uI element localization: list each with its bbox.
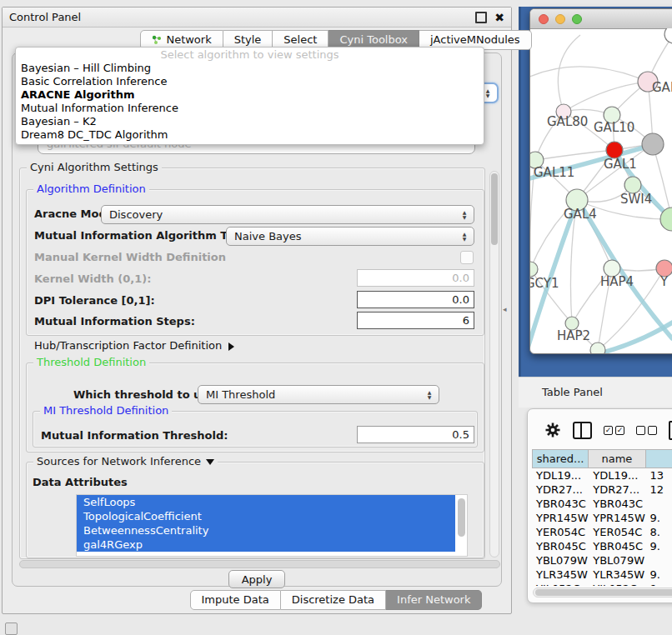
control-panel-title: Control Panel xyxy=(9,11,81,23)
attribute-item-topologicalcoefficient[interactable]: TopologicalCoefficient xyxy=(77,509,455,523)
mi-type-label: Mutual Information Algorithm Type: xyxy=(34,229,253,242)
node-label-swi4: SWI4 xyxy=(620,192,652,207)
table-row[interactable]: YDL19...YDL19...13 xyxy=(532,468,672,482)
kernel-width-field[interactable]: 0.0 xyxy=(357,269,474,287)
table-cell: YBR043C xyxy=(589,497,645,511)
manual-kernel-label: Manual Kernel Width Definition xyxy=(34,251,226,263)
table-cell: 9 xyxy=(646,582,672,586)
algorithm-option-mutual-information-inference[interactable]: Mutual Information Inference xyxy=(16,102,484,115)
mi-steps-field[interactable]: 6 xyxy=(357,312,474,329)
tab-impute-data[interactable]: Impute Data xyxy=(190,590,281,610)
desktop: Control Panel ✖ Cyni Algorithm Settings … xyxy=(0,0,672,635)
table-cell: YDL19... xyxy=(589,468,645,482)
table-row[interactable]: YER054CYER054C8. xyxy=(532,525,672,539)
node-label-y: Y xyxy=(659,274,669,289)
expand-right-icon xyxy=(228,342,234,351)
select-all-columns-icon[interactable]: ✓✓ xyxy=(604,426,624,435)
node-swi4[interactable] xyxy=(624,177,641,193)
stepper-icon: ▲▼ xyxy=(424,386,434,403)
mi-steps-label: Mutual Information Steps: xyxy=(34,315,195,328)
columns-icon[interactable] xyxy=(573,422,592,439)
network-icon xyxy=(152,35,162,45)
table-cell: YBL079W xyxy=(589,553,645,568)
table-cell: 13 xyxy=(646,468,672,482)
table-panel-header: Table Panel xyxy=(519,377,672,408)
hub-definition-expander[interactable]: Hub/Transcription Factor Definition xyxy=(34,339,234,352)
node-gal1[interactable] xyxy=(606,142,623,158)
apply-button[interactable]: Apply xyxy=(228,570,285,588)
algorithm-option-basic-correlation-inference[interactable]: Basic Correlation Inference xyxy=(16,75,484,88)
tab-infer-network[interactable]: Infer Network xyxy=(386,590,482,610)
attribute-item-selfloops[interactable]: SelfLoops xyxy=(77,495,455,509)
mac-close-icon[interactable] xyxy=(539,14,549,24)
table-cell xyxy=(646,497,672,511)
table-cell: 8. xyxy=(646,525,672,539)
column-header-hidden[interactable] xyxy=(646,449,672,468)
network-window-titlebar[interactable] xyxy=(530,9,672,29)
node-bottom[interactable] xyxy=(590,342,605,354)
manual-kernel-checkbox[interactable] xyxy=(460,251,474,264)
table-row[interactable]: YPR145WYPR145W9. xyxy=(532,511,672,525)
node-gcy1[interactable] xyxy=(530,262,538,277)
mi-type-combo[interactable]: Naive Bayes ▲▼ xyxy=(226,227,474,246)
float-window-icon[interactable] xyxy=(475,12,487,23)
data-attributes-list[interactable]: SelfLoopsTopologicalCoefficientBetweenne… xyxy=(76,494,468,557)
node-label-gal80: GAL80 xyxy=(547,114,588,129)
table-row[interactable]: YDR27...YDR27...12 xyxy=(532,482,672,497)
table-row[interactable]: YBL079WYBL079W xyxy=(532,553,672,568)
table-cell: YER054C xyxy=(532,525,589,539)
column-header-shared[interactable]: shared... xyxy=(532,449,589,468)
attribute-item-betweennesscentrality[interactable]: BetweennessCentrality xyxy=(77,523,455,538)
attribute-item-gal4rgexp[interactable]: gal4RGexp xyxy=(77,538,455,552)
cyni-algorithm-settings-legend: Cyni Algorithm Settings xyxy=(27,161,162,173)
sources-legend[interactable]: Sources for Network Inference xyxy=(33,455,218,468)
node-label-gal4: GAL4 xyxy=(564,207,597,222)
settings-horizontal-scrollbar[interactable] xyxy=(19,560,500,568)
network-canvas[interactable]: GALGAL80GAL10GAL1GAL11SWI4GAL4GCY1HAP4YH… xyxy=(530,28,672,354)
node-gray[interactable] xyxy=(642,133,664,155)
list-scrollbar[interactable] xyxy=(457,497,466,552)
export-table-icon[interactable] xyxy=(669,421,672,440)
algorithm-definition-legend: Algorithm Definition xyxy=(33,182,149,195)
algorithm-option-bayesian-hill-climbing[interactable]: Bayesian – Hill Climbing xyxy=(16,62,484,75)
settings-scrollbar[interactable] xyxy=(489,171,499,558)
aracne-mode-value: Discovery xyxy=(109,208,163,221)
algorithm-option-bayesian-k2[interactable]: Bayesian – K2 xyxy=(16,115,484,128)
close-icon[interactable]: ✖ xyxy=(494,13,504,22)
algorithm-option-aracne-algorithm[interactable]: ARACNE Algorithm xyxy=(16,88,484,102)
mi-threshold-legend: MI Threshold Definition xyxy=(40,404,172,417)
table-cell: YIL052C xyxy=(589,582,645,586)
tab-label: Infer Network xyxy=(397,593,470,606)
table-row[interactable]: YBR043CYBR043C xyxy=(532,497,672,511)
control-panel-titlebar: Control Panel ✖ xyxy=(3,8,511,28)
tab-label: Cyni Toolbox xyxy=(339,33,408,46)
collapsed-panel-icon[interactable] xyxy=(5,622,18,635)
aracne-mode-combo[interactable]: Discovery ▲▼ xyxy=(101,205,474,224)
dpi-tolerance-field[interactable]: 0.0 xyxy=(357,291,474,308)
table-cell: YLR345W xyxy=(532,568,589,582)
column-header-name[interactable]: name xyxy=(589,449,645,468)
kernel-width-label: Kernel Width (0,1): xyxy=(34,272,151,285)
node-label-gal10: GAL10 xyxy=(594,120,634,135)
algorithm-option-dream8-dc-tdc-algorithm[interactable]: Dream8 DC_TDC Algorithm xyxy=(16,128,484,142)
mi-threshold-field[interactable]: 0.5 xyxy=(357,426,474,443)
mac-minimize-icon[interactable] xyxy=(555,14,565,24)
mac-zoom-icon[interactable] xyxy=(572,14,582,24)
tab-label: Style xyxy=(234,33,262,46)
node-label-hap4: HAP4 xyxy=(600,274,634,289)
collapse-down-icon xyxy=(206,459,214,465)
deselect-all-columns-icon[interactable] xyxy=(636,426,657,435)
tab-discretize-data[interactable]: Discretize Data xyxy=(281,590,386,610)
divider-collapse-icon[interactable]: ◂ xyxy=(503,305,507,313)
table-row[interactable]: YIL052CYIL052C9 xyxy=(532,582,672,586)
table-cell: YER054C xyxy=(589,525,645,539)
data-attributes-label: Data Attributes xyxy=(33,476,128,488)
table-row[interactable]: YBR045CYBR045C9. xyxy=(532,539,672,553)
gear-icon[interactable] xyxy=(544,422,561,438)
table-cell: YBR045C xyxy=(589,539,645,553)
table-cell: 9. xyxy=(646,568,672,582)
which-threshold-combo[interactable]: MI Threshold ▲▼ xyxy=(198,385,439,404)
table-row[interactable]: YLR345WYLR345W9. xyxy=(532,568,672,582)
tab-label: jActiveMNodules xyxy=(430,33,520,46)
threshold-definition-legend: Threshold Definition xyxy=(33,356,149,368)
